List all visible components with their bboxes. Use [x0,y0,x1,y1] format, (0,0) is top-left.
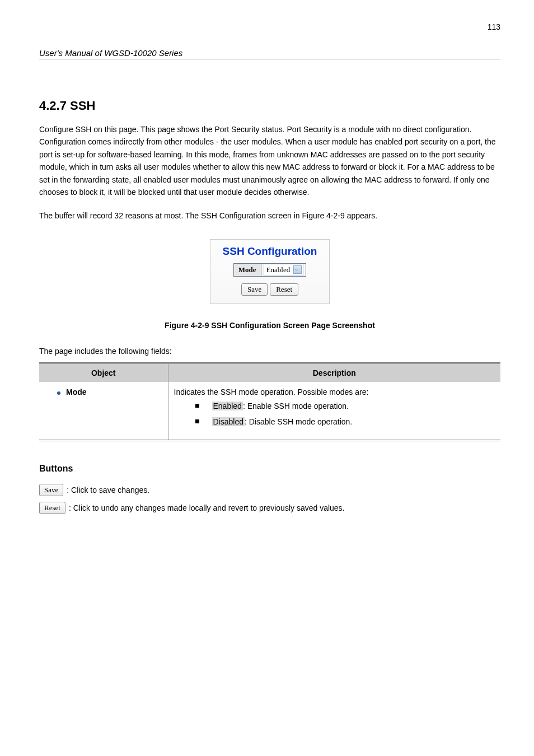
ssh-mode-row: Mode Enabled [218,263,321,277]
disabled-label: Disabled [212,417,245,426]
table-intro: The page includes the following fields: [39,347,500,356]
save-explain-text: : Click to save changes. [67,486,149,494]
reset-explain-row: Reset : Click to undo any changes made l… [39,502,500,514]
ssh-mode-value: Enabled [265,265,294,274]
object-label: Mode [66,388,87,396]
page-number: 113 [39,22,500,31]
section-number: 4.2.7 [39,99,67,113]
table-row: Mode Indicates the SSH mode operation. P… [39,382,500,440]
intro-paragraph-2: The buffer will record 32 reasons at mos… [39,209,500,222]
section-title: SSH [70,99,95,113]
ssh-mode-select-wrap: Enabled [261,263,307,277]
ssh-config-panel: SSH Configuration Mode Enabled Save Rese… [210,239,330,304]
section-heading: 4.2.7 SSH [39,99,500,113]
ssh-panel-buttons: Save Reset [218,283,321,296]
buttons-heading: Buttons [39,464,500,474]
disabled-tail: : Disable SSH mode operation. [245,417,352,426]
td-object: Mode [39,382,168,440]
enabled-label: Enabled [212,402,243,410]
save-button[interactable]: Save [241,283,268,296]
th-object: Object [39,363,168,382]
figure-wrapper: SSH Configuration Mode Enabled Save Rese… [39,239,500,304]
enabled-tail: : Enable SSH mode operation. [243,402,349,410]
chevron-down-icon [293,265,302,274]
intro-paragraph: Configure SSH on this page. This page sh… [39,123,500,198]
object-table: Object Description Mode Indicates the SS… [39,362,500,441]
reset-button[interactable]: Reset [270,283,298,296]
reset-button-image: Reset [39,502,65,514]
list-item: Enabled: Enable SSH mode operation. [195,400,495,412]
save-explain-row: Save : Click to save changes. [39,484,500,496]
desc-list: Enabled: Enable SSH mode operation. Disa… [174,400,495,428]
td-description: Indicates the SSH mode operation. Possib… [168,382,500,440]
ssh-mode-select[interactable]: Enabled [264,264,304,276]
manual-title: User's Manual of WGSD-10020 Series [39,48,500,58]
bullet-icon [57,391,60,395]
figure-caption: Figure 4-2-9 SSH Configuration Screen Pa… [39,321,500,330]
ssh-panel-title: SSH Configuration [218,245,321,258]
list-item: Disabled: Disable SSH mode operation. [195,416,495,428]
desc-lead: Indicates the SSH mode operation. Possib… [174,388,495,396]
header-divider [39,59,500,59]
reset-explain-text: : Click to undo any changes made locally… [69,503,345,512]
ssh-mode-label: Mode [233,263,261,277]
save-button-image: Save [39,484,63,496]
th-description: Description [168,363,500,382]
